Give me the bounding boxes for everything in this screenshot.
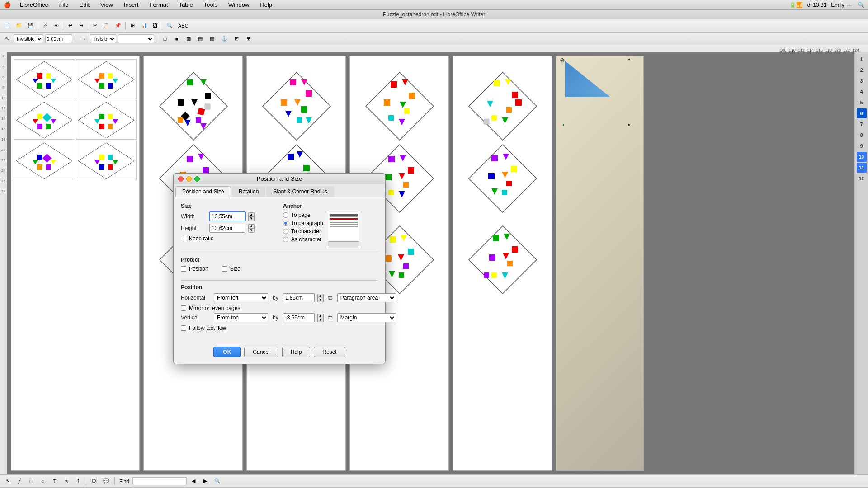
shape-btn3[interactable]: ▥ (184, 34, 193, 44)
open-btn[interactable]: 📁 (14, 21, 24, 31)
page-num-8[interactable]: 8 (857, 130, 867, 140)
to-paragraph-radio[interactable] (283, 221, 288, 226)
page-num-4[interactable]: 4 (857, 87, 867, 97)
page-num-1[interactable]: 1 (857, 54, 867, 64)
to-character-radio[interactable] (283, 229, 288, 234)
wrap-btn1[interactable]: ⊡ (231, 34, 241, 44)
menu-format[interactable]: Format (147, 1, 170, 8)
page-num-9[interactable]: 9 (857, 141, 867, 151)
search-icon[interactable]: 🔍 (858, 2, 864, 8)
shape-btn1[interactable]: □ (160, 34, 170, 44)
find-btn[interactable]: 🔍 (164, 21, 175, 31)
tab-slant-corner[interactable]: Slant & Corner Radius (266, 186, 334, 197)
vertical-by-input[interactable] (283, 313, 315, 322)
width-down-btn[interactable]: ▼ (248, 216, 255, 221)
width-spinner[interactable]: ▲ ▼ (248, 212, 255, 221)
menu-edit[interactable]: Edit (78, 1, 91, 8)
keep-ratio-checkbox[interactable] (181, 236, 186, 241)
wrap-btn2[interactable]: ⊞ (243, 34, 253, 44)
horizontal-spinner[interactable]: ▲ ▼ (317, 294, 324, 302)
size-protect-checkbox[interactable] (222, 266, 227, 272)
horizontal-to-select[interactable]: Paragraph area (337, 293, 396, 302)
horiz-down-btn[interactable]: ▼ (317, 298, 324, 302)
find-input[interactable] (132, 477, 187, 485)
paste-btn[interactable]: 📌 (113, 21, 123, 31)
handle-mr[interactable] (628, 124, 630, 126)
tab-rotation[interactable]: Rotation (232, 186, 266, 197)
text-tool-btn[interactable]: T (50, 476, 60, 486)
cut-btn[interactable]: ✂ (90, 21, 100, 31)
ellipse-tool-btn[interactable]: ○ (38, 476, 48, 486)
ok-button[interactable]: OK (213, 347, 241, 357)
redo-btn[interactable]: ↪ (76, 21, 86, 31)
line-tool-btn[interactable]: ╱ (14, 476, 24, 486)
find-next-btn[interactable]: ▶ (200, 476, 210, 486)
copy-btn[interactable]: 📋 (101, 21, 112, 31)
width-input[interactable] (209, 212, 245, 221)
undo-btn[interactable]: ↩ (65, 21, 75, 31)
insert-table-btn[interactable]: ⊞ (127, 21, 137, 31)
as-character-radio[interactable] (283, 237, 288, 242)
line-select[interactable]: Invisib (90, 34, 116, 43)
find-prev-btn[interactable]: ◀ (189, 476, 198, 486)
height-spinner[interactable]: ▲ ▼ (248, 224, 255, 233)
shape-tool-btn[interactable]: ⬡ (89, 476, 99, 486)
height-down-btn[interactable]: ▼ (248, 228, 255, 233)
select-tool-btn[interactable]: ↖ (3, 476, 13, 486)
page-num-11[interactable]: 11 (857, 163, 867, 173)
horizontal-by-input[interactable] (283, 293, 315, 302)
horizontal-from-select[interactable]: From left (214, 293, 268, 302)
arrow-btn[interactable]: → (78, 34, 88, 44)
color-select[interactable] (118, 34, 154, 43)
to-page-radio[interactable] (283, 212, 288, 218)
menu-tools[interactable]: Tools (202, 1, 219, 8)
vert-down-btn[interactable]: ▼ (317, 318, 324, 322)
page-num-3[interactable]: 3 (857, 76, 867, 86)
preview-btn[interactable]: 👁 (51, 21, 61, 31)
menu-window[interactable]: Window (226, 1, 251, 8)
insert-image-btn[interactable]: 🖼 (150, 21, 160, 31)
position-protect-checkbox[interactable] (181, 266, 186, 272)
search-options-btn[interactable]: 🔍 (212, 476, 223, 486)
print-btn[interactable]: 🖨 (40, 21, 50, 31)
handle-ml[interactable] (563, 124, 564, 126)
menu-insert[interactable]: Insert (122, 1, 141, 8)
menu-libreoffice[interactable]: LibreOffice (18, 1, 50, 8)
vertical-from-select[interactable]: From top (214, 313, 268, 322)
menu-help[interactable]: Help (258, 1, 274, 8)
page-num-5[interactable]: 5 (857, 98, 867, 108)
dialog-close-btn[interactable] (178, 176, 184, 182)
mirror-checkbox[interactable] (181, 305, 186, 311)
tab-position-size[interactable]: Position and Size (175, 186, 231, 197)
menu-file[interactable]: File (57, 1, 71, 8)
size-input[interactable] (45, 34, 72, 43)
apple-menu[interactable]: 🍎 (4, 1, 11, 8)
cancel-button[interactable]: Cancel (244, 347, 278, 357)
shape-btn2[interactable]: ■ (172, 34, 182, 44)
rect-tool-btn[interactable]: □ (26, 476, 36, 486)
dialog-max-btn[interactable] (194, 176, 200, 182)
page-num-2[interactable]: 2 (857, 65, 867, 75)
page-num-10[interactable]: 10 (857, 152, 867, 162)
page-num-12[interactable]: 12 (857, 174, 867, 183)
page-num-7[interactable]: 7 (857, 119, 867, 129)
connector-btn[interactable]: ⤴ (73, 476, 83, 486)
menu-view[interactable]: View (99, 1, 115, 8)
page-num-6[interactable]: 6 (857, 108, 867, 118)
save-btn[interactable]: 💾 (25, 21, 36, 31)
vertical-spinner[interactable]: ▲ ▼ (317, 314, 324, 322)
help-button[interactable]: Help (282, 347, 311, 357)
reset-button[interactable]: Reset (314, 347, 345, 357)
dialog-min-btn[interactable] (186, 176, 192, 182)
shape-btn4[interactable]: ▤ (195, 34, 205, 44)
insert-chart-btn[interactable]: 📊 (138, 21, 149, 31)
curve-tool-btn[interactable]: ∿ (61, 476, 71, 486)
vertical-to-select[interactable]: Margin (337, 313, 396, 322)
style-select[interactable]: Invisible (14, 34, 43, 43)
new-btn[interactable]: 📄 (2, 21, 13, 31)
spellcheck-btn[interactable]: ABC (176, 21, 191, 31)
position-size-dialog[interactable]: Position and Size Position and Size Rota… (173, 173, 386, 364)
handle-tr[interactable] (628, 59, 630, 60)
callout-btn[interactable]: 💬 (101, 476, 112, 486)
shape-btn5[interactable]: ▦ (207, 34, 217, 44)
